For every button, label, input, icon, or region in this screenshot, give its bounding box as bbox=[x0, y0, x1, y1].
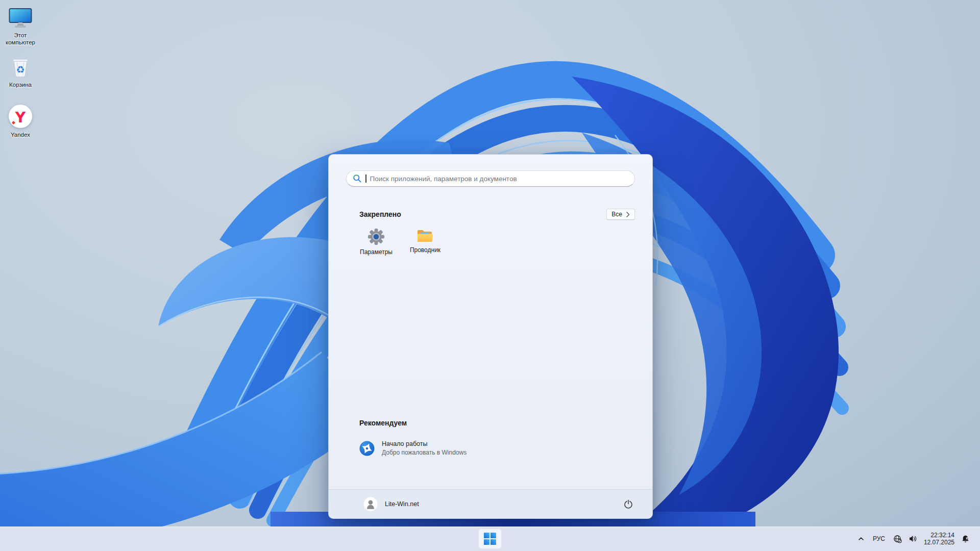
notification-center-button[interactable]: z bbox=[961, 535, 970, 543]
all-button-label: Все bbox=[611, 211, 622, 218]
get-started-icon bbox=[359, 441, 375, 456]
power-icon bbox=[623, 499, 633, 509]
yandex-browser-icon: Y bbox=[9, 103, 32, 130]
volume-button[interactable] bbox=[909, 535, 917, 543]
desktop-icon-this-pc[interactable]: Этот компьютер bbox=[1, 5, 40, 46]
desktop-icon-recycle-bin[interactable]: ♻ Корзина bbox=[1, 55, 40, 89]
pinned-app-settings[interactable]: Параметры bbox=[352, 224, 401, 268]
chevron-right-icon bbox=[626, 212, 630, 217]
globe-no-internet-icon bbox=[893, 535, 902, 543]
windows-start-icon bbox=[484, 533, 496, 545]
start-menu-panel: Закреплено Все bbox=[328, 154, 653, 519]
user-profile-button[interactable]: Lite-Win.net bbox=[360, 494, 424, 514]
system-tray: РУС 22:32:14 12.07.2025 bbox=[857, 527, 980, 551]
chevron-up-icon bbox=[857, 535, 865, 542]
folder-explorer-icon bbox=[416, 228, 434, 243]
search-icon bbox=[353, 174, 362, 183]
desktop-icon-label: Этот компьютер bbox=[1, 32, 40, 46]
pinned-app-label: Проводник bbox=[410, 246, 440, 254]
pinned-all-button[interactable]: Все bbox=[606, 209, 635, 220]
recommended-item-get-started[interactable]: Начало работы Добро пожаловать в Windows bbox=[352, 436, 635, 460]
computer-icon bbox=[9, 5, 32, 31]
settings-gear-icon bbox=[368, 228, 385, 245]
pinned-section-header: Закреплено Все bbox=[329, 209, 652, 219]
search-input[interactable] bbox=[370, 175, 629, 183]
pinned-app-label: Параметры bbox=[360, 248, 393, 256]
language-indicator[interactable]: РУС bbox=[871, 535, 887, 542]
pinned-app-explorer[interactable]: Проводник bbox=[401, 224, 450, 268]
start-search-box[interactable] bbox=[346, 170, 635, 187]
bell-dnd-icon: z bbox=[961, 535, 970, 543]
taskbar: РУС 22:32:14 12.07.2025 bbox=[0, 527, 980, 551]
desktop-icon-label: Yandex bbox=[11, 132, 30, 139]
network-button[interactable] bbox=[893, 535, 902, 543]
desktop-icon-label: Корзина bbox=[9, 82, 32, 89]
speaker-icon bbox=[909, 535, 917, 543]
recommended-section-header: Рекомендуем bbox=[329, 418, 652, 427]
power-button[interactable] bbox=[619, 495, 638, 513]
clock[interactable]: 22:32:14 12.07.2025 bbox=[924, 532, 954, 546]
start-menu-empty-area bbox=[329, 268, 652, 418]
svg-text:z: z bbox=[966, 536, 968, 540]
recycle-bin-icon: ♻ bbox=[10, 55, 31, 80]
tray-date: 12.07.2025 bbox=[924, 539, 954, 546]
svg-text:Y: Y bbox=[15, 109, 26, 126]
user-name-label: Lite-Win.net bbox=[385, 500, 419, 508]
recommended-title: Рекомендуем bbox=[359, 419, 407, 427]
start-button[interactable] bbox=[478, 529, 502, 549]
tray-overflow-button[interactable] bbox=[857, 535, 865, 542]
recommended-item-subtitle: Добро пожаловать в Windows bbox=[382, 449, 467, 456]
pinned-apps-grid: Параметры Проводник bbox=[329, 224, 652, 268]
recommended-item-title: Начало работы bbox=[382, 440, 467, 447]
pinned-title: Закреплено bbox=[359, 210, 401, 218]
start-menu-footer: Lite-Win.net bbox=[329, 489, 652, 518]
user-avatar-icon bbox=[363, 497, 378, 511]
svg-text:♻: ♻ bbox=[16, 64, 24, 75]
recommended-item-text: Начало работы Добро пожаловать в Windows bbox=[382, 440, 467, 456]
tray-time: 22:32:14 bbox=[924, 532, 954, 539]
text-caret bbox=[365, 174, 366, 183]
desktop-icon-yandex[interactable]: Y Yandex bbox=[1, 103, 40, 139]
